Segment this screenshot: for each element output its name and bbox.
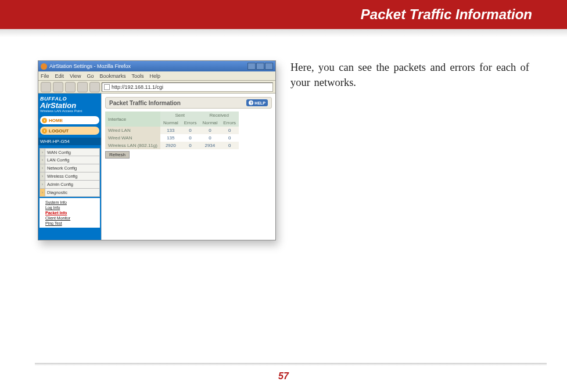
cell-value: 0 bbox=[199, 134, 220, 142]
help-label: HELP bbox=[254, 101, 265, 105]
home-label: HOME bbox=[49, 118, 63, 123]
sidebar-item-diagnostic[interactable]: ›Diagnostic bbox=[40, 189, 100, 197]
chevron-right-icon: › bbox=[40, 164, 45, 172]
close-button[interactable] bbox=[265, 63, 273, 70]
content-area: AirStation Settings - Mozilla Firefox Fi… bbox=[0, 37, 567, 240]
back-button[interactable] bbox=[41, 82, 51, 92]
firefox-icon bbox=[41, 63, 47, 70]
menu-go[interactable]: Go bbox=[87, 73, 94, 79]
panel-header: Packet Traffic Information ? HELP bbox=[105, 97, 272, 109]
diagnostic-sublist: System Info Log Info Packet Info Client … bbox=[40, 198, 100, 228]
chevron-right-icon: › bbox=[40, 172, 45, 180]
browser-window: AirStation Settings - Mozilla Firefox Fi… bbox=[38, 60, 276, 240]
sidebar-item-network[interactable]: ›Network Config bbox=[40, 164, 100, 172]
logout-label: LOGOUT bbox=[49, 128, 69, 134]
chevron-right-icon: › bbox=[40, 189, 45, 196]
minimize-button[interactable] bbox=[247, 63, 256, 70]
cell-value: 135 bbox=[160, 134, 181, 142]
window-title: AirStation Settings - Mozilla Firefox bbox=[49, 63, 131, 69]
cell-value: 0 bbox=[181, 142, 200, 149]
browser-titlebar: AirStation Settings - Mozilla Firefox bbox=[38, 61, 275, 71]
sidebar-item-wan[interactable]: ›WAN Config bbox=[40, 148, 100, 156]
chevron-right-icon: › bbox=[42, 118, 47, 123]
cell-value: 133 bbox=[160, 127, 181, 134]
forward-button[interactable] bbox=[53, 82, 63, 92]
sub-item-system[interactable]: System Info bbox=[45, 200, 99, 204]
main-panel: Packet Traffic Information ? HELP Interf… bbox=[101, 93, 275, 240]
col-recv-errors: Errors bbox=[220, 119, 239, 127]
cell-value: 2920 bbox=[160, 142, 181, 149]
refresh-button[interactable]: Refresh bbox=[105, 151, 130, 159]
brand-subtitle: Wireless LAN Access Point bbox=[40, 109, 99, 113]
cell-value: 0 bbox=[220, 142, 239, 149]
col-sent-normal: Normal bbox=[160, 119, 181, 127]
help-icon: ? bbox=[249, 100, 253, 105]
table-row: Wired LAN 133 0 0 0 bbox=[105, 127, 239, 134]
sub-item-client[interactable]: Client Monitor bbox=[45, 216, 99, 220]
chevron-right-icon: › bbox=[42, 128, 47, 134]
col-received: Received bbox=[199, 112, 239, 119]
stop-button[interactable] bbox=[77, 82, 88, 92]
sub-item-log[interactable]: Log Info bbox=[45, 206, 99, 210]
cell-value: 0 bbox=[181, 134, 200, 142]
table-row: Wireless LAN (802.11g) 2920 0 2934 0 bbox=[105, 142, 239, 149]
description-text: Here, you can see the packets and errors… bbox=[290, 60, 550, 240]
menu-tools[interactable]: Tools bbox=[131, 73, 143, 79]
cell-value: 0 bbox=[199, 127, 220, 134]
cell-iface: Wired WAN bbox=[105, 134, 160, 142]
header-divider bbox=[0, 29, 567, 37]
sub-item-packet[interactable]: Packet Info bbox=[45, 211, 99, 215]
cell-value: 0 bbox=[220, 127, 239, 134]
home-button[interactable] bbox=[89, 82, 100, 92]
address-bar[interactable]: http://192.168.11.1/cgi bbox=[102, 82, 273, 92]
window-controls bbox=[247, 63, 273, 70]
logout-button-pill[interactable]: › LOGOUT bbox=[40, 127, 99, 135]
help-button[interactable]: ? HELP bbox=[246, 99, 268, 106]
sidebar-item-lan[interactable]: ›LAN Config bbox=[40, 156, 100, 164]
brand-airstation: AirStation bbox=[40, 102, 99, 109]
chevron-right-icon: › bbox=[40, 181, 45, 188]
app-body: BUFFALO AirStation Wireless LAN Access P… bbox=[38, 93, 275, 240]
cell-value: 0 bbox=[220, 134, 239, 142]
menu-file[interactable]: File bbox=[41, 73, 49, 79]
sidebar-item-admin[interactable]: ›Admin Config bbox=[40, 181, 100, 189]
menu-help[interactable]: Help bbox=[149, 73, 160, 79]
packet-table: Interface Sent Received Normal Errors No… bbox=[105, 112, 239, 149]
maximize-button[interactable] bbox=[256, 63, 264, 70]
browser-toolbar: http://192.168.11.1/cgi bbox=[38, 81, 275, 93]
page-number: 57 bbox=[0, 371, 567, 382]
sidebar-item-wireless[interactable]: ›Wireless Config bbox=[40, 172, 100, 181]
chevron-right-icon: › bbox=[40, 156, 45, 164]
table-row: Wired WAN 135 0 0 0 bbox=[105, 134, 239, 142]
cell-value: 2934 bbox=[199, 142, 220, 149]
menu-view[interactable]: View bbox=[70, 73, 81, 79]
cell-iface: Wireless LAN (802.11g) bbox=[105, 142, 160, 149]
home-button-pill[interactable]: › HOME bbox=[40, 116, 99, 124]
menu-bookmarks[interactable]: Bookmarks bbox=[99, 73, 125, 79]
col-interface: Interface bbox=[105, 112, 160, 127]
app-sidebar: BUFFALO AirStation Wireless LAN Access P… bbox=[38, 93, 101, 240]
menu-edit[interactable]: Edit bbox=[55, 73, 64, 79]
address-text: http://192.168.11.1/cgi bbox=[112, 84, 163, 90]
panel-title: Packet Traffic Information bbox=[109, 100, 243, 106]
cell-value: 0 bbox=[181, 127, 200, 134]
col-sent-errors: Errors bbox=[181, 119, 200, 127]
browser-menubar: File Edit View Go Bookmarks Tools Help bbox=[38, 71, 275, 81]
page-title: Packet Traffic Information bbox=[361, 6, 532, 23]
col-sent: Sent bbox=[160, 112, 200, 119]
config-list: ›WAN Config ›LAN Config ›Network Config … bbox=[40, 148, 100, 197]
cell-iface: Wired LAN bbox=[105, 127, 160, 134]
sub-item-ping[interactable]: Ping Test bbox=[45, 221, 99, 225]
footer-divider bbox=[35, 363, 547, 366]
page-header: Packet Traffic Information bbox=[0, 0, 567, 29]
model-label: WHR-HP-G54 bbox=[38, 138, 101, 145]
reload-button[interactable] bbox=[65, 82, 76, 92]
col-recv-normal: Normal bbox=[199, 119, 220, 127]
page-icon bbox=[104, 84, 110, 90]
chevron-right-icon: › bbox=[40, 149, 45, 156]
